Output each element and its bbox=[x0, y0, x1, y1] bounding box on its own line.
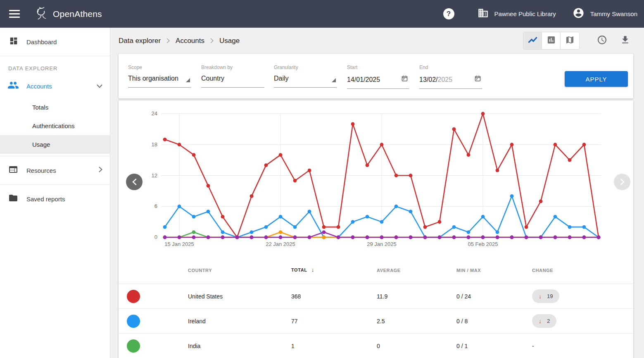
openathens-logo[interactable]: OpenAthens bbox=[34, 5, 102, 23]
openathens-logo-icon bbox=[34, 5, 50, 23]
country-cell: Ireland bbox=[188, 318, 291, 325]
view-toggle bbox=[523, 32, 580, 50]
column-header-total[interactable]: TOTAL↓ bbox=[291, 267, 377, 273]
total-cell: 368 bbox=[291, 293, 377, 300]
schedule-button[interactable] bbox=[594, 33, 610, 49]
sort-desc-icon: ↓ bbox=[311, 267, 314, 273]
total-cell: 1 bbox=[291, 343, 377, 349]
download-icon bbox=[620, 35, 630, 47]
breadcrumb-item-data-explorer[interactable]: Data explorer bbox=[119, 37, 161, 45]
table-row: India 1 0 0 / 1 - bbox=[119, 334, 633, 358]
map-view-button[interactable] bbox=[561, 32, 579, 49]
map-icon bbox=[565, 35, 575, 46]
building-icon bbox=[478, 7, 489, 20]
sidebar: Dashboard DATA EXPLORER Accounts Totals … bbox=[0, 28, 110, 358]
chart-prev-button[interactable] bbox=[126, 174, 143, 190]
sidebar-item-label: Saved reports bbox=[26, 196, 65, 203]
change-badge: ↓ 19 bbox=[532, 289, 559, 303]
series-color-swatch bbox=[127, 339, 140, 353]
column-header-average[interactable]: AVERAGE bbox=[377, 268, 456, 273]
organization-name: Pawnee Public Library bbox=[494, 10, 556, 17]
breakdown-value: Country bbox=[201, 75, 224, 82]
bar-chart-view-button[interactable] bbox=[542, 32, 561, 49]
min-max-cell: 0 / 24 bbox=[456, 293, 532, 300]
sidebar-section-data-explorer: DATA EXPLORER bbox=[0, 56, 110, 74]
svg-text:24: 24 bbox=[152, 110, 157, 117]
sidebar-item-saved-reports[interactable]: Saved reports bbox=[0, 184, 110, 213]
help-button[interactable]: ? bbox=[443, 8, 454, 19]
field-label: End bbox=[419, 64, 482, 70]
sidebar-item-label: Dashboard bbox=[26, 38, 57, 45]
organization-menu[interactable]: Pawnee Public Library bbox=[478, 7, 556, 20]
calendar-icon[interactable] bbox=[401, 75, 408, 84]
folder-icon bbox=[8, 193, 18, 205]
line-chart-view-button[interactable] bbox=[523, 32, 542, 49]
country-cell: India bbox=[188, 343, 291, 349]
change-badge: ↓ 2 bbox=[532, 314, 556, 328]
scope-value: This organisation bbox=[128, 75, 178, 82]
user-name: Tammy Swanson bbox=[590, 10, 637, 17]
usage-line-chart: 0612182415 Jan 202522 Jan 202529 Jan 202… bbox=[119, 100, 633, 249]
web-icon bbox=[8, 165, 18, 176]
chevron-right-icon bbox=[99, 167, 102, 174]
svg-text:6: 6 bbox=[154, 203, 157, 209]
chart-next-button[interactable] bbox=[614, 174, 630, 190]
arrow-down-icon: ↓ bbox=[539, 318, 542, 325]
sidebar-item-label: Resources bbox=[26, 167, 56, 174]
hamburger-icon bbox=[9, 10, 20, 11]
min-max-cell: 0 / 8 bbox=[456, 318, 532, 325]
sidebar-item-totals[interactable]: Totals bbox=[0, 98, 110, 117]
svg-text:29 Jan 2025: 29 Jan 2025 bbox=[367, 241, 397, 247]
chevron-down-icon bbox=[97, 82, 102, 90]
download-button[interactable] bbox=[617, 33, 633, 49]
main-content: Data explorer Accounts Usage bbox=[110, 28, 644, 358]
breadcrumb-item-accounts[interactable]: Accounts bbox=[176, 37, 204, 45]
end-date-value: 13/02/ bbox=[419, 76, 437, 83]
arrow-down-icon: ↓ bbox=[539, 293, 542, 300]
series-color-swatch bbox=[127, 290, 140, 303]
granularity-select[interactable]: Granularity Daily bbox=[274, 64, 337, 88]
top-bar: OpenAthens ? Pawnee Public Library Tammy… bbox=[0, 0, 644, 28]
end-date-input[interactable]: End 13/02/2025 bbox=[419, 64, 482, 89]
svg-text:12: 12 bbox=[152, 172, 157, 179]
column-header-min-max[interactable]: MIN / MAX bbox=[456, 268, 532, 273]
brand-name: OpenAthens bbox=[53, 9, 102, 19]
scope-select[interactable]: Scope This organisation bbox=[128, 64, 191, 88]
column-header-change[interactable]: CHANGE bbox=[532, 268, 633, 273]
people-icon bbox=[7, 79, 19, 93]
table-header-row: COUNTRY TOTAL↓ AVERAGE MIN / MAX CHANGE bbox=[119, 249, 633, 284]
avatar-icon bbox=[573, 7, 585, 21]
calendar-icon[interactable] bbox=[474, 75, 481, 84]
breadcrumb-item-usage: Usage bbox=[219, 37, 240, 45]
start-date-value: 14/01/2025 bbox=[347, 76, 380, 84]
sidebar-item-accounts[interactable]: Accounts bbox=[0, 74, 110, 98]
start-date-input[interactable]: Start 14/01/2025 bbox=[347, 64, 409, 89]
sidebar-item-dashboard[interactable]: Dashboard bbox=[0, 28, 110, 56]
clock-icon bbox=[597, 35, 607, 47]
breadcrumb: Data explorer Accounts Usage bbox=[119, 37, 240, 45]
apply-button[interactable]: APPLY bbox=[565, 71, 628, 87]
svg-text:05 Feb 2025: 05 Feb 2025 bbox=[468, 241, 498, 247]
change-cell: - bbox=[532, 343, 633, 349]
country-cell: United States bbox=[188, 293, 291, 300]
dropdown-triangle-icon bbox=[186, 78, 190, 82]
field-label: Breakdown by bbox=[201, 64, 264, 70]
sidebar-item-resources[interactable]: Resources bbox=[0, 156, 110, 184]
field-label: Scope bbox=[128, 64, 191, 70]
dashboard-icon bbox=[9, 36, 18, 47]
sidebar-item-usage[interactable]: Usage bbox=[0, 135, 110, 154]
usage-chart-card: 0612182415 Jan 202522 Jan 202529 Jan 202… bbox=[119, 100, 633, 358]
breakdown-select[interactable]: Breakdown by Country bbox=[201, 64, 264, 88]
user-menu[interactable]: Tammy Swanson bbox=[573, 7, 637, 21]
help-icon: ? bbox=[447, 10, 451, 18]
svg-text:15 Jan 2025: 15 Jan 2025 bbox=[164, 241, 194, 247]
column-header-country[interactable]: COUNTRY bbox=[188, 268, 291, 273]
hamburger-menu-button[interactable] bbox=[9, 10, 20, 18]
sidebar-item-label: Accounts bbox=[26, 83, 52, 90]
chevron-right-icon bbox=[166, 38, 170, 43]
average-cell: 2.5 bbox=[377, 318, 456, 325]
line-chart-icon bbox=[528, 35, 538, 47]
sidebar-item-authentications[interactable]: Authentications bbox=[0, 117, 110, 135]
table-row: Ireland 77 2.5 0 / 8 ↓ 2 bbox=[119, 309, 633, 334]
granularity-value: Daily bbox=[274, 75, 289, 82]
